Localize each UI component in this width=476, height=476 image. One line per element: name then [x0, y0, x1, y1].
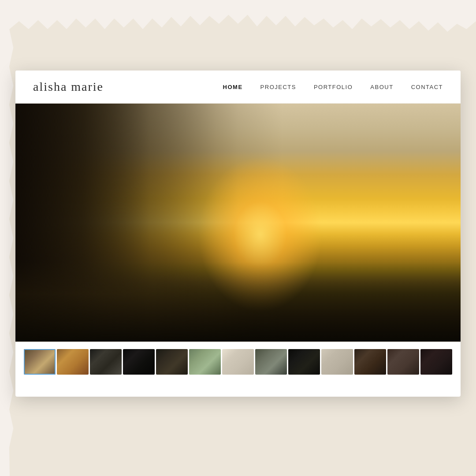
thumbnail-7[interactable] [222, 349, 254, 375]
thumbnail-4-image [123, 349, 155, 375]
thumbnail-12[interactable] [387, 349, 419, 375]
thumbnail-3-image [90, 349, 122, 375]
thumbnail-11[interactable] [354, 349, 386, 375]
nav-about[interactable]: ABOUT [370, 84, 393, 90]
thumbnail-5[interactable] [156, 349, 188, 375]
thumbnail-13[interactable] [420, 349, 452, 375]
nav-projects[interactable]: PROJECTS [260, 84, 296, 90]
thumbnail-9[interactable] [288, 349, 320, 375]
thumbnail-2-image [57, 349, 89, 375]
thumbnail-1[interactable] [24, 349, 56, 375]
thumbnail-3[interactable] [90, 349, 122, 375]
thumbnail-10-image [321, 349, 353, 375]
nav-header: alisha marie HOME PROJECTS PORTFOLIO ABO… [15, 71, 461, 104]
thumbnail-9-image [288, 349, 320, 375]
browser-window: alisha marie HOME PROJECTS PORTFOLIO ABO… [15, 71, 461, 397]
thumbnail-2[interactable] [57, 349, 89, 375]
thumbnail-1-image [24, 349, 56, 375]
thumbnail-5-image [156, 349, 188, 375]
hero-image [15, 104, 461, 342]
thumbnail-strip [15, 342, 461, 381]
nav-home[interactable]: HOME [223, 84, 243, 90]
thumbnail-10[interactable] [321, 349, 353, 375]
thumbnail-11-image [354, 349, 386, 375]
thumbnail-8[interactable] [255, 349, 287, 375]
site-logo[interactable]: alisha marie [33, 80, 104, 94]
foliage-shadow [15, 262, 461, 342]
nav-links: HOME PROJECTS PORTFOLIO ABOUT CONTACT [223, 84, 443, 90]
thumbnail-6-image [189, 349, 221, 375]
thumbnail-12-image [387, 349, 419, 375]
thumbnail-8-image [255, 349, 287, 375]
thumbnail-13-image [420, 349, 452, 375]
thumbnail-4[interactable] [123, 349, 155, 375]
thumbnail-6[interactable] [189, 349, 221, 375]
nav-contact[interactable]: CONTACT [411, 84, 443, 90]
thumbnail-7-image [222, 349, 254, 375]
nav-portfolio[interactable]: PORTFOLIO [314, 84, 353, 90]
hero-image-container [15, 104, 461, 342]
